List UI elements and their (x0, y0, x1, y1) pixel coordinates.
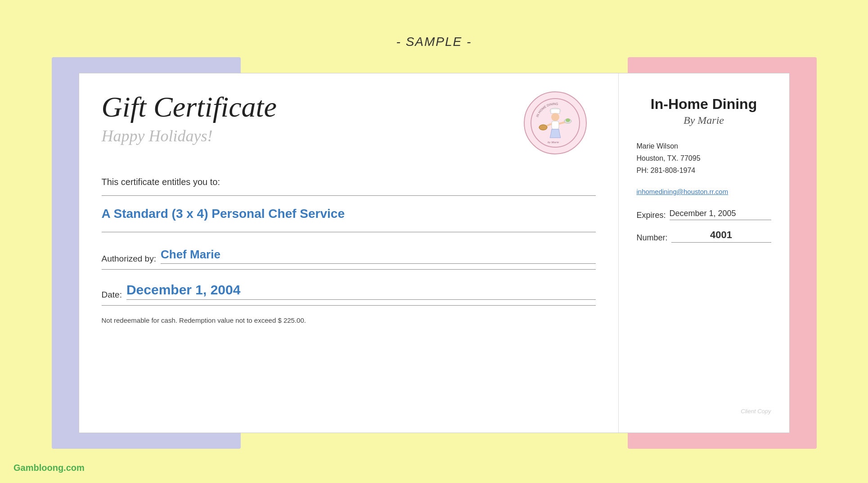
divider-top (102, 195, 596, 196)
expires-row: Expires: December 1, 2005 (637, 209, 771, 220)
logo-circle: IN HOME DINING (524, 91, 587, 154)
cert-right: In-Home Dining By Marie Marie Wilson Hou… (618, 73, 789, 433)
contact-email: inhomedining@houston.rr.com (637, 188, 771, 195)
date-value: December 1, 2004 (126, 282, 596, 300)
divider-authorized (102, 269, 596, 270)
site-watermark: Gambloong.com (13, 463, 85, 473)
fine-print: Not redeemable for cash. Redemption valu… (102, 316, 596, 324)
client-copy-watermark: Client Copy (637, 408, 771, 415)
divider-bottom (102, 232, 596, 232)
expires-value: December 1, 2005 (670, 209, 771, 220)
divider-date (102, 305, 596, 306)
authorized-row: Authorized by: Chef Marie (102, 248, 596, 264)
happy-holidays: Happy Holidays! (102, 126, 506, 145)
certificate: Gift Certificate Happy Holidays! IN HOME… (79, 73, 790, 433)
date-row: Date: December 1, 2004 (102, 282, 596, 300)
date-label: Date: (102, 290, 122, 300)
chef-logo-svg: IN HOME DINING (531, 98, 580, 148)
svg-point-7 (539, 125, 547, 130)
number-value: 4001 (671, 229, 771, 243)
contact-name: Marie Wilson (637, 140, 771, 152)
business-subtitle: By Marie (637, 114, 771, 126)
sample-label: - SAMPLE - (396, 35, 472, 49)
outer-frame: Gift Certificate Happy Holidays! IN HOME… (52, 57, 817, 449)
contact-phone: PH: 281-808-1974 (637, 164, 771, 176)
cert-top-row: Gift Certificate Happy Holidays! IN HOME… (102, 91, 596, 168)
svg-rect-3 (551, 109, 560, 113)
number-label: Number: (637, 233, 668, 243)
authorized-label: Authorized by: (102, 254, 156, 264)
number-row: Number: 4001 (637, 229, 771, 243)
svg-rect-5 (552, 121, 559, 129)
svg-point-10 (566, 118, 570, 122)
expires-label: Expires: (637, 211, 666, 220)
authorized-value: Chef Marie (161, 248, 596, 264)
entitles-text: This certificate entitles you to: (102, 177, 596, 187)
business-name: In-Home Dining (637, 96, 771, 113)
contact-address: Houston, TX. 77095 (637, 152, 771, 164)
cert-title-block: Gift Certificate Happy Holidays! (102, 91, 506, 168)
gift-certificate-title: Gift Certificate (102, 91, 506, 123)
cert-left: Gift Certificate Happy Holidays! IN HOME… (79, 73, 618, 433)
svg-text:by Marie: by Marie (548, 140, 559, 144)
svg-point-4 (551, 113, 559, 121)
contact-block: Marie Wilson Houston, TX. 77095 PH: 281-… (637, 140, 771, 177)
service-name: A Standard (3 x 4) Personal Chef Service (102, 199, 596, 229)
logo-block: IN HOME DINING (515, 91, 596, 154)
